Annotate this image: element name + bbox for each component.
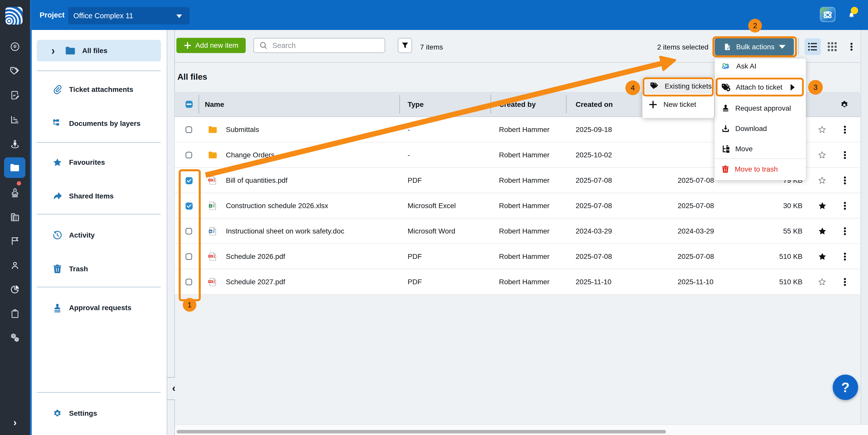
svg-text:PDF: PDF <box>209 280 212 283</box>
svg-text:W: W <box>209 230 212 233</box>
svg-text:PDF: PDF <box>209 179 212 181</box>
svg-text:PDF: PDF <box>209 255 212 257</box>
svg-text:X: X <box>210 205 212 208</box>
